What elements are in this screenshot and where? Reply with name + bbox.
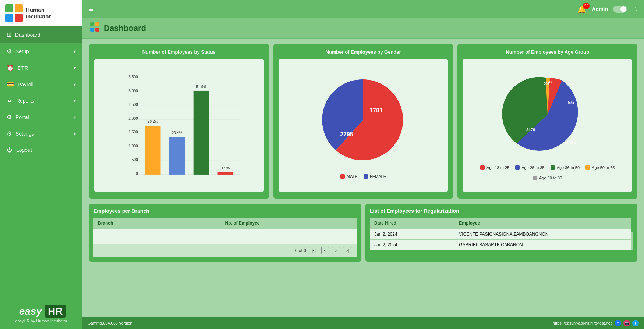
svg-text:26.2%: 26.2% [148,119,158,124]
sidebar-item-dashboard[interactable]: ⊞ Dashboard [0,26,82,43]
age-chart-title: Number of Employees by Age Group [463,49,632,55]
settings-chevron-icon: ▾ [74,131,76,136]
footer-version: Gamma.004.038 Version [88,321,132,325]
dashboard-body: Number of Employees by Status 0 500 1,00… [82,39,644,317]
svg-rect-28 [194,91,209,175]
gender-chart-card: Number of Employees by Gender 2795 1701 [273,44,453,199]
legend-female: FEMALE [364,174,386,179]
svg-text:2,000: 2,000 [128,117,138,121]
sidebar-item-reports[interactable]: 🖨 Reports ▾ [0,93,82,109]
logo-text-line1: Human [26,7,51,13]
gender-legend: MALE FEMALE [340,174,386,179]
gender-chart-title: Number of Employees by Gender [279,49,448,55]
sidebar-item-settings[interactable]: ⚙ Settings ▾ [0,125,82,142]
svg-rect-1 [15,4,23,12]
nav-item-left-payroll: 💳 Payroll [7,81,33,88]
status-chart-card: Number of Employees by Status 0 500 1,00… [89,44,269,199]
nav-item-left-dashboard: ⊞ Dashboard [7,31,40,38]
status-chart-svg: 0 500 1,000 1,500 2,000 2,500 3,000 3,50… [110,65,258,177]
svg-rect-4 [90,22,94,26]
dtr-chevron-icon: ▾ [74,65,76,71]
easy-hr-sub: easyHR by Human Incubator [6,319,77,323]
sidebar-item-dtr[interactable]: ⏰ DTR ▾ [0,60,82,76]
payroll-chevron-icon: ▾ [74,82,76,87]
notification-badge: 58 [583,3,590,9]
facebook-icon[interactable]: f [615,320,621,326]
branch-table: Branch No. of Employee 0 of 0 |< < > >| [93,218,357,257]
reports-chevron-icon: ▾ [74,98,76,103]
footer-social-icons: f 📷 t [615,320,639,326]
nav-label-payroll: Payroll [18,82,33,87]
svg-rect-26 [169,137,185,175]
reg-row-date-2: Jan 2, 2024 [374,242,459,247]
legend-age-18-25: Age 18 to 25 [480,165,509,170]
regularization-card-title: List of Employees for Regularization [370,208,633,214]
last-page-button[interactable]: >| [343,247,352,254]
portal-nav-icon: ⚙ [7,114,12,121]
sidebar-branding: easyHR easyHR by Human Incubator [0,300,82,329]
nav-label-setup: Setup [15,49,29,54]
svg-rect-3 [15,14,23,22]
prev-page-button[interactable]: < [321,247,329,254]
instagram-icon[interactable]: 📷 [623,320,630,326]
svg-rect-6 [90,28,94,32]
svg-text:51.9%: 51.9% [196,85,207,89]
sidebar-item-portal[interactable]: ⚙ Portal ▾ [0,109,82,125]
theme-toggle[interactable] [613,6,627,13]
nav-item-left-dtr: ⏰ DTR [7,64,28,71]
nav-item-left-setup: ⚙ Setup [7,48,29,55]
employee-col-header: Employee [459,221,629,226]
svg-text:2479: 2479 [526,128,535,132]
next-page-button[interactable]: > [332,247,340,254]
twitter-icon[interactable]: t [632,320,639,326]
svg-text:2795: 2795 [340,131,353,137]
svg-text:3,500: 3,500 [128,75,138,79]
footer: Gamma.004.038 Version https://easyhr-api… [82,317,644,329]
status-bar-chart: 0 500 1,000 1,500 2,000 2,500 3,000 3,50… [94,59,264,192]
svg-rect-7 [95,28,99,32]
female-legend-label: FEMALE [370,174,386,179]
notification-button[interactable]: 🔔 58 [577,5,587,14]
sidebar-item-logout[interactable]: ⏻ Logout [0,142,82,158]
svg-text:20.4%: 20.4% [172,131,183,135]
svg-text:500: 500 [132,158,138,162]
settings-nav-icon: ⚙ [7,130,12,137]
male-legend-label: MALE [347,174,358,179]
regularization-table: Date Hired Employee Jan 2, 2024 VICENTE … [370,218,633,250]
reg-row-date-1: Jan 2, 2024 [374,232,459,237]
nav-label-dtr: DTR [18,65,28,71]
svg-text:2,500: 2,500 [128,103,138,107]
svg-text:1.5%: 1.5% [221,166,230,170]
first-page-button[interactable]: |< [309,247,318,254]
date-hired-col-header: Date Hired [374,221,459,226]
hamburger-menu-icon[interactable]: ≡ [89,5,93,14]
nav-item-left-settings: ⚙ Settings [7,130,34,137]
scrollbar-thumb[interactable] [631,218,633,232]
svg-text:4488: 4488 [566,140,576,145]
nav-item-left-reports: 🖨 Reports [7,97,34,104]
setup-chevron-icon: ▾ [74,49,76,54]
legend-age-50-65: Age 50 to 65 [585,165,615,170]
dtr-nav-icon: ⏰ [7,64,14,71]
nav-label-reports: Reports [16,98,34,104]
sidebar-item-payroll[interactable]: 💳 Payroll ▾ [0,76,82,93]
svg-text:1,500: 1,500 [128,130,138,134]
bottom-row: Employees per Branch Branch No. of Emplo… [89,204,637,262]
employee-count-col-header: No. of Employee [225,221,353,226]
sidebar-item-setup[interactable]: ⚙ Setup ▾ [0,43,82,60]
portal-chevron-icon: ▾ [74,115,76,120]
sidebar: Human Incubator ⊞ Dashboard ⚙ Setup ▾ ⏰ … [0,0,82,329]
age-legend: Age 18 to 25 Age 26 to 35 Age 36 to 50 [466,165,629,180]
nav-label-dashboard: Dashboard [15,32,40,38]
main-content: ≡ 🔔 58 Admin ☽ [82,0,644,329]
branch-card-title: Employees per Branch [93,208,357,214]
moon-icon: ☽ [632,6,637,13]
nav-item-left-logout: ⏻ Logout [7,147,32,153]
svg-rect-24 [145,126,161,175]
legend-age-60-80: Age 60 to 80 [533,176,562,180]
dashboard-title: Dashboard [104,24,146,33]
svg-rect-5 [95,22,99,26]
footer-url: https://easyhr-api-hii.hiro-test.net [553,321,612,325]
human-incubator-logo-icon [5,4,23,22]
svg-text:12: 12 [549,80,552,83]
